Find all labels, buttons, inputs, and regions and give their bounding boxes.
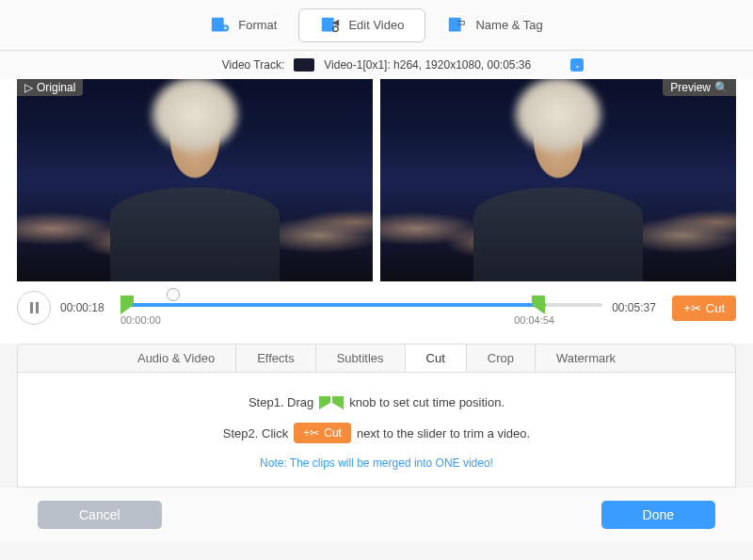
preview-area: ▷ Original Preview 🔍 00:00:18: [0, 79, 753, 344]
tab-crop[interactable]: Crop: [467, 344, 536, 372]
edit-tabs: Audio & Video Effects Subtitles Cut Crop…: [17, 344, 736, 373]
cut-button-example: +✂ Cut: [294, 423, 351, 443]
video-track-value: Video-1[0x1]: h264, 1920x1080, 00:05:36: [324, 58, 531, 72]
svg-rect-0: [212, 18, 224, 32]
knob-icon: [319, 396, 344, 409]
slider-track[interactable]: 00:00:00 00:04:54: [120, 294, 602, 322]
tab-name-tag[interactable]: Name & Tag: [425, 8, 564, 42]
video-track-label: Video Track:: [222, 58, 284, 72]
merge-note: Note: The clips will be merged into ONE …: [37, 456, 716, 470]
preview-badge: Preview 🔍: [663, 79, 736, 96]
top-tabs: Format Edit Video Name & Tag: [0, 0, 753, 51]
current-time: 00:00:18: [60, 301, 111, 314]
tab-cut[interactable]: Cut: [406, 344, 467, 372]
magnifier-icon[interactable]: 🔍: [714, 81, 729, 94]
svg-rect-3: [322, 18, 334, 32]
play-triangle-icon: ▷: [24, 81, 33, 94]
timeline: 00:00:18 00:00:00 00:04:54 00:05:37 +✂ C…: [17, 281, 736, 344]
tab-name-tag-label: Name & Tag: [475, 18, 542, 32]
tab-effects[interactable]: Effects: [236, 344, 316, 372]
tab-edit-video[interactable]: Edit Video: [298, 8, 425, 42]
done-button[interactable]: Done: [601, 501, 715, 529]
playhead[interactable]: [167, 288, 180, 301]
original-badge: ▷ Original: [17, 79, 83, 96]
cut-button[interactable]: +✂ Cut: [672, 296, 736, 321]
tab-audio-video[interactable]: Audio & Video: [117, 344, 236, 372]
step1-line: Step1. Drag knob to set cut time positio…: [37, 395, 716, 409]
edit-video-icon: [320, 17, 341, 34]
name-tag-icon: [447, 17, 468, 34]
pause-icon: [30, 302, 39, 313]
tab-watermark[interactable]: Watermark: [536, 344, 636, 372]
track-thumbnail: [294, 58, 314, 72]
video-track-row: Video Track: Video-1[0x1]: h264, 1920x10…: [0, 51, 753, 79]
step2-line: Step2. Click +✂ Cut next to the slider t…: [37, 423, 716, 443]
tab-subtitles[interactable]: Subtitles: [316, 344, 406, 372]
tab-format-label: Format: [238, 18, 277, 32]
svg-point-2: [224, 27, 227, 30]
end-marker[interactable]: [532, 296, 545, 314]
original-pane: ▷ Original: [17, 79, 373, 281]
cancel-button[interactable]: Cancel: [38, 501, 162, 529]
total-time: 00:05:37: [612, 301, 663, 314]
footer: Cancel Done: [0, 488, 753, 542]
preview-pane: Preview 🔍: [380, 79, 736, 281]
cut-instructions: Step1. Drag knob to set cut time positio…: [17, 373, 736, 488]
start-time-label: 00:00:00: [120, 314, 161, 326]
tab-edit-video-label: Edit Video: [348, 18, 404, 32]
end-time-label: 00:04:54: [514, 314, 554, 326]
pause-button[interactable]: [17, 291, 51, 325]
start-marker[interactable]: [120, 296, 134, 314]
format-icon: [210, 17, 231, 34]
plus-scissors-icon: +✂: [303, 426, 319, 440]
plus-scissors-icon: +✂: [683, 301, 701, 315]
tab-format[interactable]: Format: [188, 8, 298, 42]
track-dropdown-icon[interactable]: ⌄: [570, 58, 584, 72]
